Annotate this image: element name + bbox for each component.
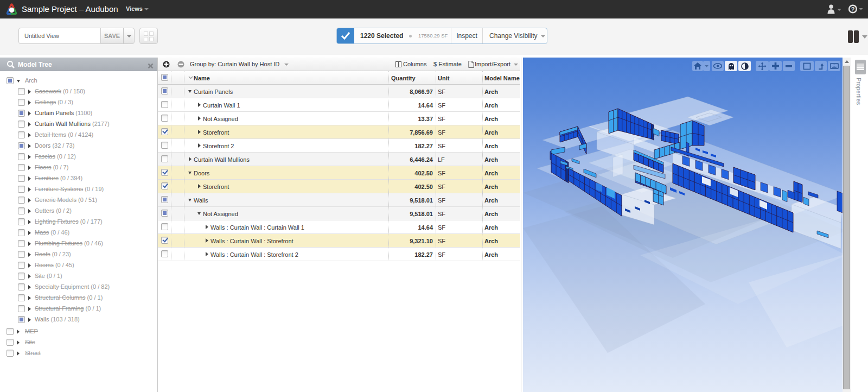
svg-text:?: ?	[851, 6, 855, 12]
